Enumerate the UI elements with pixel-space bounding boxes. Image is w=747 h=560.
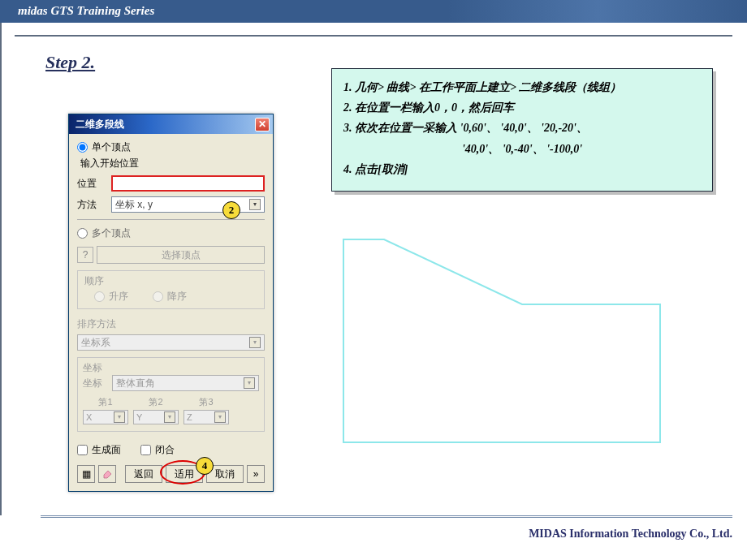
chevron-down-icon: ▾: [214, 411, 226, 423]
back-button[interactable]: 返回: [125, 465, 162, 483]
grid-icon: ▦: [82, 468, 91, 480]
header-title: midas GTS Training Series: [18, 4, 154, 17]
asc-option: 升序: [94, 290, 128, 304]
location-input[interactable]: [111, 175, 265, 192]
accent-horizontal: [15, 35, 732, 37]
header-bar: midas GTS Training Series: [0, 0, 747, 23]
instructions-box: 1. 几何> 曲线> 在工作平面上建立> 二维多线段（线组） 2. 在位置一栏输…: [331, 68, 713, 192]
checkbox-face[interactable]: 生成面: [77, 443, 121, 457]
coord-select: 整体直角 ▾: [112, 375, 259, 391]
radio-asc: [94, 291, 105, 302]
eraser-icon: [101, 469, 113, 479]
chevron-down-icon: ▾: [164, 411, 175, 423]
instr-line-1: 1. 几何> 曲线> 在工作平面上建立> 二维多线段（线组）: [343, 77, 701, 97]
cell-z: Z▾: [184, 410, 229, 424]
sort-row: 排序方法 坐标系 ▾: [77, 317, 265, 351]
start-position-label: 输入开始位置: [80, 157, 265, 170]
col3-label: 第3: [184, 396, 229, 408]
accent-vertical: [0, 23, 2, 515]
method-select[interactable]: 坐标 x, y ▾: [111, 196, 265, 213]
separator: [77, 219, 265, 220]
radio-single-vertex[interactable]: [77, 142, 88, 153]
more-button[interactable]: »: [247, 465, 265, 483]
step-title: Step 2.: [45, 52, 95, 73]
multi-vertex-label: 多个顶点: [92, 226, 131, 240]
sort-value: 坐标系: [81, 336, 110, 350]
marker-4: 4: [196, 457, 214, 475]
select-vertex-button: 选择顶点: [97, 246, 265, 264]
chevron-down-icon: ▾: [244, 377, 255, 389]
instr-line-3: 3. 依次在位置一采输入 '0,60'、 '40,0'、 '20,-20'、: [343, 118, 701, 138]
cell-x: X▾: [83, 410, 128, 424]
location-row: 位置: [77, 175, 265, 192]
svg-marker-0: [343, 239, 660, 442]
coord-value: 整体直角: [116, 377, 155, 390]
multi-vertex-row: 多个顶点: [77, 226, 265, 240]
chevron-down-icon: ▾: [114, 411, 125, 423]
coord-block: 坐标 坐标 整体直角 ▾ 第1 第2 第3 X▾ Y▾ Z▾: [77, 357, 265, 432]
checkbox-face-input[interactable]: [77, 445, 88, 455]
help-icon: ?: [77, 247, 93, 263]
method-label: 方法: [77, 198, 106, 212]
button-row: ▦ 返回 适用 取消 »: [77, 465, 265, 483]
dialog-title-text: 二维多段线: [76, 118, 124, 131]
chevron-down-icon: ▾: [249, 337, 261, 348]
desc-option: 降序: [153, 290, 187, 304]
eraser-button[interactable]: [98, 465, 116, 483]
single-vertex-label: 单个顶点: [92, 140, 131, 154]
checkbox-close-input[interactable]: [140, 445, 151, 455]
marker-2: 2: [222, 201, 240, 219]
chevron-down-icon: ▾: [249, 199, 261, 210]
order-title: 顺序: [84, 274, 257, 288]
instr-line-2: 2. 在位置一栏输入0，0，然后回车: [343, 97, 701, 118]
checkbox-row: 生成面 闭合: [77, 443, 265, 457]
instr-line-4: 4. 点击[取消]: [343, 159, 701, 179]
footer-separator: [41, 515, 732, 518]
method-value: 坐标 x, y: [115, 198, 153, 212]
radio-desc: [153, 291, 163, 302]
col1-label: 第1: [83, 396, 128, 408]
order-fieldset: 顺序 升序 降序: [77, 270, 265, 309]
coord-title: 坐标: [83, 361, 259, 375]
instr-line-3b: '40,0'、 '0,-40'、 '-100,0': [343, 139, 701, 159]
cell-y: Y▾: [133, 410, 179, 424]
location-label: 位置: [77, 177, 106, 191]
sort-select: 坐标系 ▾: [77, 334, 265, 351]
chevron-right-icon: »: [253, 468, 259, 480]
single-vertex-row: 单个顶点: [77, 140, 265, 154]
col2-label: 第2: [133, 396, 179, 408]
coord-label: 坐标: [83, 377, 107, 390]
select-vertex-row: ? 选择顶点: [77, 243, 265, 267]
dialog-titlebar[interactable]: 二维多段线 ✕: [69, 114, 273, 134]
dialog-body: 单个顶点 输入开始位置 位置 方法 坐标 x, y ▾ 多个顶点 ? 选择顶点 …: [69, 134, 273, 491]
close-icon: ✕: [258, 119, 266, 129]
checkbox-close[interactable]: 闭合: [140, 443, 175, 457]
sort-label: 排序方法: [77, 317, 265, 331]
dialog-window: 二维多段线 ✕ 单个顶点 输入开始位置 位置 方法 坐标 x, y ▾ 多个顶点…: [68, 114, 274, 492]
radio-multi-vertex[interactable]: [77, 228, 88, 239]
diagram-polyline: [339, 235, 706, 446]
grid-icon-button[interactable]: ▦: [77, 465, 95, 483]
footer-text: MIDAS Information Technology Co., Ltd.: [529, 528, 732, 541]
close-button[interactable]: ✕: [255, 118, 270, 131]
